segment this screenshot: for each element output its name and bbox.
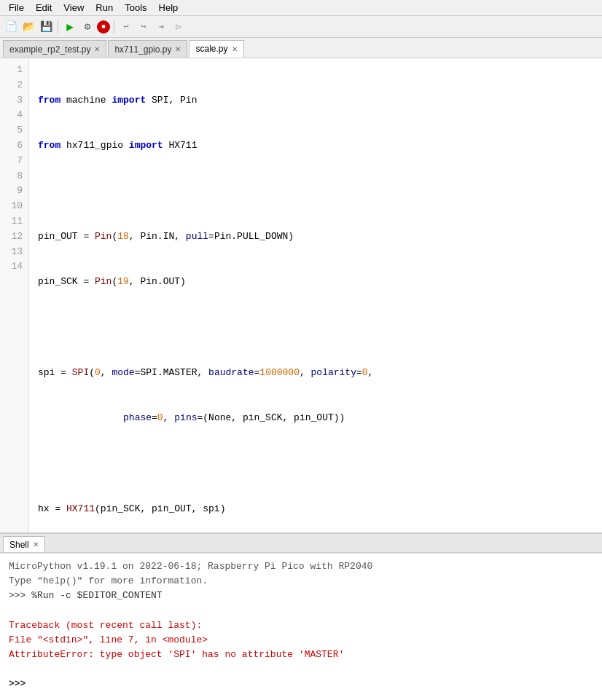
editor-area: 1 2 3 4 5 6 7 8 9 10 11 12 13 14 from ma… (0, 58, 602, 532)
tab-label: scale.py (195, 44, 227, 54)
shell-tab-label: Shell (9, 540, 29, 550)
shell-tab-close[interactable]: ✕ (33, 540, 39, 548)
code-line-4: pin_OUT = Pin(18, Pin.IN, pull=Pin.PULL_… (38, 229, 593, 245)
shell-line-2: Type "help()" for more information. (9, 574, 593, 589)
menu-view[interactable]: View (58, 1, 90, 15)
shell-tab-bar: Shell ✕ (0, 534, 602, 553)
menu-bar: File Edit View Run Tools Help (0, 0, 602, 16)
menu-file[interactable]: File (3, 1, 30, 15)
menu-tools[interactable]: Tools (119, 1, 152, 15)
tab-label: hx711_gpio.py (114, 44, 171, 55)
code-line-9 (38, 457, 593, 472)
step-forward-button[interactable]: ↪ (136, 19, 152, 35)
stop-button[interactable]: ■ (97, 20, 110, 34)
code-line-8: phase=0, pins=(None, pin_SCK, pin_OUT)) (38, 411, 593, 426)
toolbar: 📄 📂 💾 ▶ ⚙ ■ ↩ ↪ ⇥ ▷ (0, 16, 602, 38)
code-line-7: spi = SPI(0, mode=SPI.MASTER, baudrate=1… (38, 366, 593, 381)
new-file-button[interactable]: 📄 (3, 19, 19, 35)
code-line-10: hx = HX711(pin_SCK, pin_OUT, spi) (38, 502, 593, 517)
run-button[interactable]: ▶ (62, 19, 78, 35)
step-back-button[interactable]: ↩ (118, 19, 134, 35)
tab-close-example-rp2[interactable]: ✕ (94, 45, 100, 53)
code-line-6 (38, 320, 593, 336)
tab-close-scale[interactable]: ✕ (232, 45, 238, 53)
shell-line-3: >>> %Run -c $EDITOR_CONTENT (9, 589, 593, 603)
open-file-button[interactable]: 📂 (20, 19, 36, 35)
toolbar-separator-1 (58, 20, 58, 34)
shell-line-4 (9, 603, 593, 618)
shell-line-6: File "<stdin>", line 7, in <module> (9, 633, 593, 648)
code-line-1: from machine import SPI, Pin (38, 93, 593, 109)
run-module-button[interactable]: ▷ (171, 19, 187, 35)
tab-hx711-gpio[interactable]: hx711_gpio.py ✕ (108, 40, 187, 58)
shell-tab[interactable]: Shell ✕ (3, 536, 45, 552)
menu-run[interactable]: Run (90, 1, 119, 15)
tab-bar: example_rp2_test.py ✕ hx711_gpio.py ✕ sc… (0, 38, 602, 58)
code-editor[interactable]: from machine import SPI, Pin from hx711_… (29, 58, 602, 532)
code-line-5: pin_SCK = Pin(19, Pin.OUT) (38, 275, 593, 290)
shell-line-7: AttributeError: type object 'SPI' has no… (9, 648, 593, 662)
tab-label: example_rp2_test.py (9, 44, 90, 55)
shell-line-1: MicroPython v1.19.1 on 2022-06-18; Raspb… (9, 559, 593, 574)
tab-scale[interactable]: scale.py ✕ (189, 40, 243, 58)
tab-close-hx711-gpio[interactable]: ✕ (175, 45, 181, 53)
shell-content[interactable]: MicroPython v1.19.1 on 2022-06-18; Raspb… (0, 553, 602, 700)
code-line-3 (38, 184, 593, 199)
menu-edit[interactable]: Edit (30, 1, 58, 15)
toolbar-separator-2 (114, 20, 114, 34)
code-line-2: from hx711_gpio import HX711 (38, 138, 593, 154)
shell-area: Shell ✕ MicroPython v1.19.1 on 2022-06-1… (0, 532, 602, 700)
debug-button[interactable]: ⚙ (79, 19, 95, 35)
shell-line-8 (9, 662, 593, 677)
shell-prompt-sym: >>> (9, 677, 593, 691)
line-numbers: 1 2 3 4 5 6 7 8 9 10 11 12 13 14 (0, 58, 29, 532)
save-file-button[interactable]: 💾 (38, 19, 54, 35)
shell-line-5: Traceback (most recent call last): (9, 618, 593, 633)
tab-example-rp2[interactable]: example_rp2_test.py ✕ (3, 40, 106, 58)
menu-help[interactable]: Help (153, 1, 184, 15)
run-to-cursor-button[interactable]: ⇥ (153, 19, 169, 35)
